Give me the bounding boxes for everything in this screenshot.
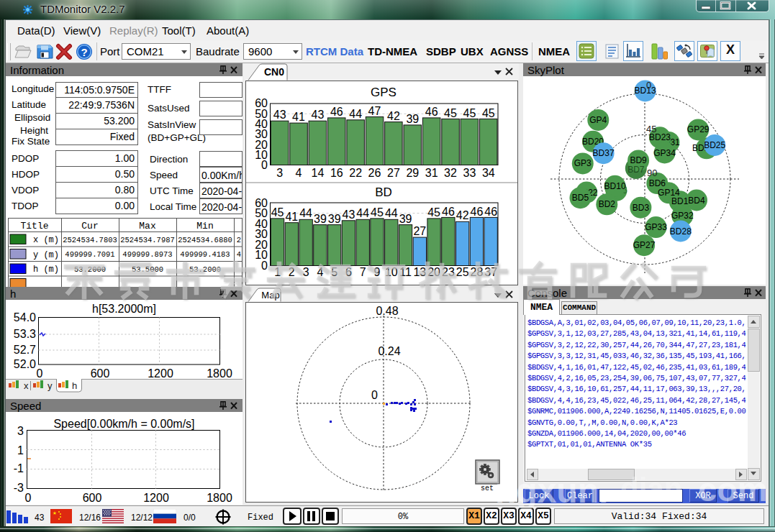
svg-text:47: 47 bbox=[368, 105, 381, 117]
svg-text:3: 3 bbox=[303, 266, 309, 278]
svg-text:BD4: BD4 bbox=[688, 196, 705, 206]
svg-text:2: 2 bbox=[289, 266, 295, 278]
svg-text:45: 45 bbox=[482, 107, 495, 119]
svg-text:BD: BD bbox=[375, 185, 392, 199]
svg-text:42: 42 bbox=[387, 110, 400, 122]
svg-text:45: 45 bbox=[444, 107, 457, 119]
svg-text:BD37: BD37 bbox=[593, 148, 615, 158]
svg-text:4: 4 bbox=[296, 167, 302, 179]
svg-text:34: 34 bbox=[482, 167, 495, 179]
svg-text:11: 11 bbox=[399, 266, 412, 278]
svg-text:27: 27 bbox=[413, 225, 426, 237]
svg-text:31: 31 bbox=[425, 167, 438, 179]
svg-text:53.5000: 53.5000 bbox=[132, 265, 163, 274]
svg-text:5: 5 bbox=[331, 266, 337, 278]
svg-text:44: 44 bbox=[349, 108, 362, 120]
svg-text:23: 23 bbox=[442, 266, 455, 278]
svg-text:2: 2 bbox=[237, 236, 241, 244]
svg-text:46: 46 bbox=[330, 106, 343, 118]
svg-text:45: 45 bbox=[427, 206, 440, 219]
svg-text:45: 45 bbox=[463, 107, 476, 119]
svg-text:43: 43 bbox=[343, 208, 355, 221]
svg-text:53.2000: 53.2000 bbox=[189, 265, 221, 274]
svg-text:-3: -3 bbox=[14, 482, 24, 494]
svg-text:1800: 1800 bbox=[207, 492, 232, 504]
svg-text:-1: -1 bbox=[14, 462, 24, 474]
svg-text:3: 3 bbox=[276, 167, 283, 179]
svg-text:46: 46 bbox=[425, 106, 438, 118]
svg-text:29: 29 bbox=[406, 167, 419, 179]
svg-text:499999.7091: 499999.7091 bbox=[65, 250, 114, 259]
svg-text:0: 0 bbox=[25, 492, 32, 504]
svg-text:53.2000: 53.2000 bbox=[74, 265, 106, 274]
svg-text:0: 0 bbox=[646, 80, 651, 91]
svg-text:14: 14 bbox=[312, 167, 325, 179]
svg-text:2524534.7803: 2524534.7803 bbox=[63, 236, 117, 244]
svg-text:x (m): x (m) bbox=[33, 235, 59, 245]
svg-text:37: 37 bbox=[484, 266, 497, 278]
svg-text:9: 9 bbox=[374, 266, 381, 278]
svg-text:600: 600 bbox=[83, 492, 102, 504]
svg-text:45: 45 bbox=[371, 206, 384, 219]
svg-text:2524534.7987: 2524534.7987 bbox=[120, 236, 175, 244]
svg-text:BD1: BD1 bbox=[671, 196, 689, 206]
svg-text:25: 25 bbox=[456, 266, 469, 278]
svg-text:42: 42 bbox=[456, 209, 469, 221]
svg-text:45: 45 bbox=[646, 124, 656, 134]
svg-text:90: 90 bbox=[647, 168, 657, 178]
svg-text:46: 46 bbox=[442, 206, 455, 218]
svg-text:22: 22 bbox=[349, 167, 362, 179]
svg-text:1200: 1200 bbox=[148, 367, 173, 379]
svg-text:GPS: GPS bbox=[371, 86, 396, 99]
svg-text:GP3: GP3 bbox=[574, 158, 592, 168]
svg-text:GP27: GP27 bbox=[633, 240, 656, 250]
svg-text:499999.4183: 499999.4183 bbox=[180, 250, 230, 259]
svg-text:0: 0 bbox=[261, 260, 268, 272]
svg-text:BD6: BD6 bbox=[649, 178, 666, 188]
svg-text:1: 1 bbox=[17, 444, 24, 457]
svg-text:h: h bbox=[72, 380, 77, 391]
svg-text:39: 39 bbox=[314, 213, 327, 225]
svg-text:BD5: BD5 bbox=[572, 193, 589, 203]
svg-text:0: 0 bbox=[371, 389, 378, 401]
svg-text:Max: Max bbox=[139, 221, 156, 231]
svg-text:4: 4 bbox=[237, 250, 241, 259]
svg-text:45: 45 bbox=[271, 206, 284, 219]
svg-text:28: 28 bbox=[471, 266, 484, 278]
svg-text:Cur: Cur bbox=[81, 221, 98, 231]
svg-text:46: 46 bbox=[484, 206, 497, 218]
svg-text:600: 600 bbox=[91, 367, 110, 379]
svg-text:BD10: BD10 bbox=[604, 181, 626, 191]
svg-text:16: 16 bbox=[330, 167, 343, 179]
svg-text:y: y bbox=[47, 380, 53, 391]
svg-text:y (m): y (m) bbox=[33, 250, 59, 260]
svg-text:26: 26 bbox=[368, 167, 381, 179]
svg-text:BD25: BD25 bbox=[704, 140, 725, 150]
svg-text:7: 7 bbox=[360, 266, 366, 278]
svg-text:54.0: 54.0 bbox=[14, 311, 36, 324]
svg-text:10: 10 bbox=[385, 266, 398, 278]
svg-text:CN0: CN0 bbox=[264, 66, 284, 78]
svg-text:27: 27 bbox=[387, 167, 400, 179]
svg-text:BD2: BD2 bbox=[599, 199, 616, 209]
svg-text:39: 39 bbox=[406, 113, 419, 125]
svg-text:h (m): h (m) bbox=[33, 265, 59, 275]
svg-text:6: 6 bbox=[345, 266, 352, 278]
svg-text:0.24: 0.24 bbox=[378, 345, 400, 357]
svg-text:2524534.6880: 2524534.6880 bbox=[178, 236, 232, 244]
svg-text:GP29: GP29 bbox=[687, 124, 710, 134]
svg-text:GP32: GP32 bbox=[671, 211, 694, 221]
svg-text:43: 43 bbox=[273, 109, 286, 121]
svg-text:3: 3 bbox=[17, 425, 24, 437]
svg-text:1800: 1800 bbox=[207, 367, 232, 379]
svg-text:4: 4 bbox=[317, 266, 323, 278]
svg-text:set: set bbox=[481, 485, 494, 492]
svg-text:32: 32 bbox=[444, 167, 457, 179]
svg-text:GP34: GP34 bbox=[653, 148, 676, 158]
svg-text:33: 33 bbox=[463, 167, 476, 179]
svg-text:44: 44 bbox=[299, 207, 312, 219]
svg-text:41: 41 bbox=[292, 111, 305, 123]
svg-text:39: 39 bbox=[328, 213, 341, 225]
svg-text:GP33: GP33 bbox=[645, 222, 667, 232]
svg-text:41: 41 bbox=[285, 211, 298, 223]
